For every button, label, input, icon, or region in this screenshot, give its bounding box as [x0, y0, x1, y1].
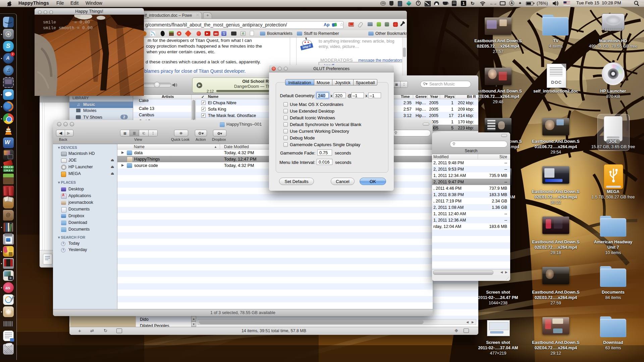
svg-text:smile = 0.00: smile = 0.00 [43, 20, 90, 25]
svg-text:smile smooth = 0.00: smile smooth = 0.00 [43, 25, 93, 31]
